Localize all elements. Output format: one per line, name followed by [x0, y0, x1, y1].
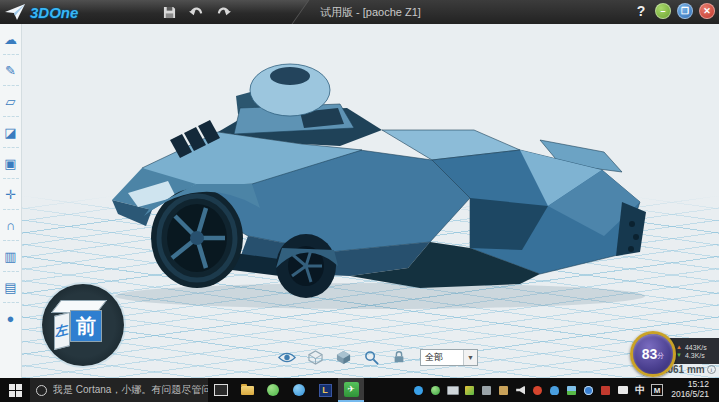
taskbar-lol[interactable]: L: [312, 378, 338, 402]
selection-filter-dropdown[interactable]: 全部 ▼: [420, 349, 478, 366]
sketch-pen-icon[interactable]: ✎: [1, 59, 21, 81]
3done-plane-icon: ✈: [344, 382, 359, 397]
box-feature-icon[interactable]: ▥: [1, 245, 21, 267]
globe-icon[interactable]: [582, 384, 595, 397]
windows-logo-icon: [9, 384, 22, 397]
green-browser-icon: [267, 384, 279, 396]
sphere-tool-icon[interactable]: ●: [1, 307, 21, 329]
mail-tray-icon[interactable]: [599, 384, 612, 397]
shaded-display-icon[interactable]: [334, 348, 352, 366]
grid-info-icon: i: [707, 365, 716, 374]
taskbar-file-explorer[interactable]: [234, 378, 260, 402]
shield-icon[interactable]: [463, 384, 476, 397]
zoom-magnifier-icon[interactable]: [362, 348, 380, 366]
close-button[interactable]: ✕: [699, 3, 715, 19]
cortana-icon: [36, 385, 47, 396]
view-cube-front-face[interactable]: 前: [70, 310, 102, 342]
folder-icon: [241, 386, 254, 395]
window-title: 试用版 - [paoche Z1]: [320, 0, 421, 24]
redo-button[interactable]: [214, 3, 232, 21]
display-toolbar: 全部 ▼: [278, 348, 478, 366]
start-button[interactable]: [0, 378, 30, 402]
minimize-button[interactable]: –: [655, 3, 671, 19]
upload-arrow-icon: ▲: [676, 344, 682, 350]
taskbar-3done-active[interactable]: ✈: [338, 378, 364, 402]
cloud-tray-icon[interactable]: [548, 384, 561, 397]
cloud-library-icon[interactable]: ☁: [1, 28, 21, 50]
sketch-plane-icon[interactable]: ▱: [1, 90, 21, 112]
visibility-eye-icon[interactable]: [278, 348, 296, 366]
score-suffix: 分: [657, 351, 664, 361]
taskbar-netdisk[interactable]: [286, 378, 312, 402]
paper-plane-logo-icon: [4, 3, 26, 21]
download-speed: 4.3K/s: [685, 352, 705, 359]
cortana-placeholder: 我是 Cortana，小娜。有问题尽管问我。: [53, 383, 208, 397]
blue-netdisk-icon: [293, 384, 305, 396]
windows-taskbar: 我是 Cortana，小娜。有问题尽管问我。 L ✈ 中 M 15:12 201…: [0, 378, 719, 402]
system-tray: 中 M 15:12 2016/5/21: [412, 380, 719, 400]
task-view-button[interactable]: [208, 378, 234, 402]
eraser-edit-icon[interactable]: ◪: [1, 121, 21, 143]
lol-icon: L: [319, 384, 332, 397]
layers-panel-icon[interactable]: ▤: [1, 276, 21, 298]
clock-date: 2016/5/21: [671, 390, 709, 400]
taskbar-clock[interactable]: 15:12 2016/5/21: [667, 380, 715, 400]
cortana-search-box[interactable]: 我是 Cortana，小娜。有问题尽管问我。: [30, 378, 208, 402]
task-view-icon: [214, 384, 228, 396]
view-cube-left-face[interactable]: 左: [54, 312, 70, 350]
selection-filter-value: 全部: [421, 351, 463, 364]
score-gauge[interactable]: 83 分: [630, 331, 676, 377]
title-bar: 3DOne 试用版 - [paoche Z1] ? – ❐ ✕: [0, 0, 719, 24]
help-button[interactable]: ?: [633, 3, 649, 19]
solid-cube-icon[interactable]: ▣: [1, 152, 21, 174]
undo-button[interactable]: [187, 3, 205, 21]
lock-icon[interactable]: [390, 348, 408, 366]
wireframe-display-icon[interactable]: [306, 348, 324, 366]
sogou-flame-icon[interactable]: [531, 384, 544, 397]
ime-m-icon[interactable]: M: [651, 384, 663, 396]
taskbar-browser[interactable]: [260, 378, 286, 402]
left-toolbar: ☁ ✎ ▱ ◪ ▣ ✛ ∩ ▥ ▤ ●: [0, 24, 22, 378]
upload-speed: 443K/s: [685, 344, 707, 351]
antivirus-orb-icon[interactable]: [429, 384, 442, 397]
viewport-canvas[interactable]: [22, 24, 719, 378]
chat-tray-icon[interactable]: [616, 384, 629, 397]
tool-tray-icon[interactable]: [480, 384, 493, 397]
display-tray-icon[interactable]: [446, 384, 459, 397]
restore-button[interactable]: ❐: [677, 3, 693, 19]
chevron-down-icon[interactable]: ▼: [463, 350, 477, 365]
score-value: 83: [642, 346, 658, 362]
image-tray-icon[interactable]: [565, 384, 578, 397]
briefcase-tray-icon[interactable]: [497, 384, 510, 397]
bluetooth-icon[interactable]: [412, 384, 425, 397]
magnet-snap-icon[interactable]: ∩: [1, 214, 21, 236]
app-logo: 3DOne: [4, 1, 78, 23]
ime-indicator[interactable]: 中: [633, 383, 647, 397]
volume-icon[interactable]: [514, 384, 527, 397]
download-arrow-icon: ▼: [676, 352, 682, 358]
save-button[interactable]: [160, 3, 178, 21]
logo-text: 3DOne: [30, 4, 78, 21]
move-tool-icon[interactable]: ✛: [1, 183, 21, 205]
view-cube[interactable]: 左 前: [42, 284, 124, 366]
